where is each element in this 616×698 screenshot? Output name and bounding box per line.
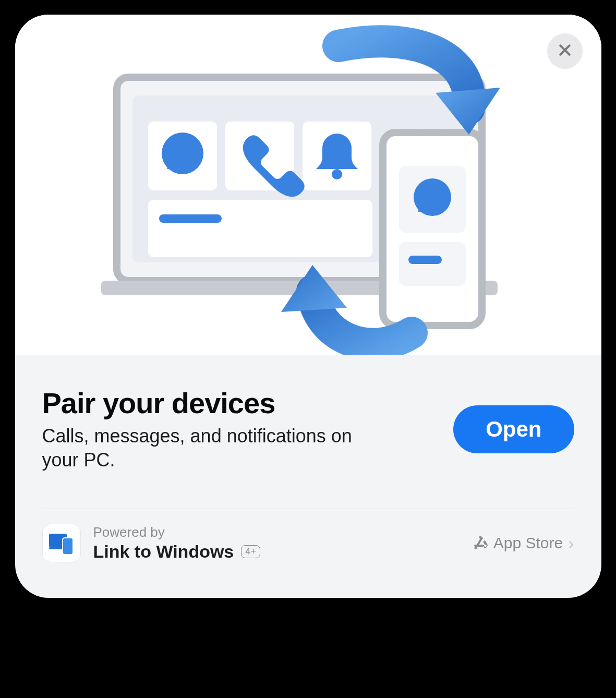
open-button[interactable]: Open [453, 405, 574, 453]
modal-title: Pair your devices [42, 386, 435, 420]
svg-rect-18 [63, 538, 73, 555]
link-to-windows-icon [48, 529, 75, 557]
app-clip-sheet: Pair your devices Calls, messages, and n… [15, 15, 601, 598]
app-store-label: App Store [493, 534, 563, 552]
app-meta: Powered by Link to Windows 4+ [93, 524, 473, 562]
footer-row: Powered by Link to Windows 4+ App Store … [42, 509, 574, 562]
modal-subtitle: Calls, messages, and notifications on yo… [42, 424, 376, 472]
app-store-link[interactable]: App Store › [473, 533, 574, 553]
powered-by-label: Powered by [93, 524, 473, 540]
svg-rect-8 [159, 214, 222, 223]
devices-sync-illustration [15, 15, 601, 355]
app-icon [42, 524, 81, 562]
cta-row: Pair your devices Calls, messages, and n… [42, 386, 574, 472]
app-store-icon [473, 535, 488, 551]
hero-illustration [15, 15, 601, 355]
app-name: Link to Windows [93, 541, 234, 562]
close-button[interactable] [547, 33, 583, 69]
svg-rect-7 [148, 200, 372, 257]
svg-rect-15 [408, 256, 442, 264]
close-icon [557, 42, 573, 60]
content-area: Pair your devices Calls, messages, and n… [15, 355, 601, 598]
chevron-right-icon: › [568, 533, 574, 553]
age-rating-badge: 4+ [241, 545, 260, 558]
svg-rect-11 [423, 129, 442, 134]
svg-point-6 [332, 169, 342, 179]
